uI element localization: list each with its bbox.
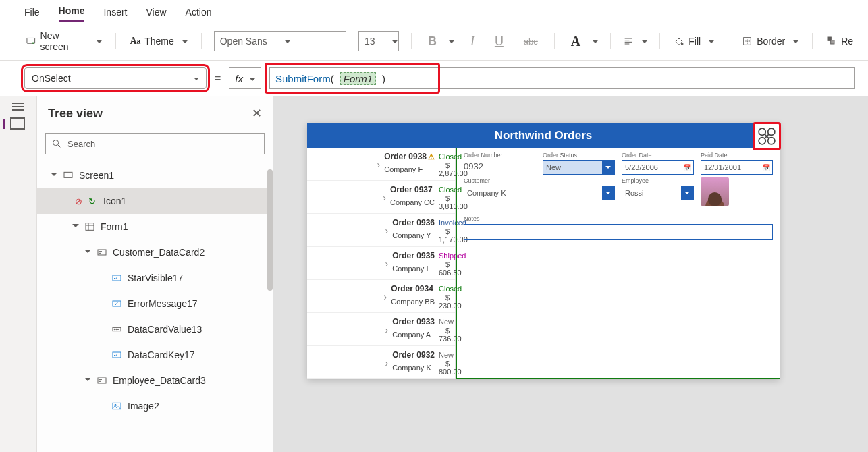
chevron-right-icon: › <box>385 358 389 368</box>
label-icon <box>111 298 122 309</box>
label-icon <box>111 349 122 360</box>
font-size-select[interactable]: 13 <box>358 31 399 51</box>
order-row[interactable]: Order 0937Closed›Company CC$ 3,810.00 <box>307 181 455 214</box>
fill-icon <box>674 36 684 47</box>
order-row[interactable]: Order 0935Shipped›Company I$ 606.50 <box>307 247 455 280</box>
canvas: Northwind Orders Order 0938⚠Closed›Compa… <box>273 96 868 452</box>
italic-button[interactable]: I <box>466 32 479 51</box>
tree-item-customer-datacard[interactable]: Customer_DataCard2 <box>37 239 273 265</box>
align-button[interactable] <box>623 36 647 47</box>
tree-item-icon1[interactable]: ⊘↻Icon1 <box>37 188 273 214</box>
tree-item-datacardkey[interactable]: DataCardKey17 <box>37 342 273 368</box>
notes-input[interactable] <box>464 224 773 240</box>
tree-item-form1[interactable]: Form1 <box>37 214 273 239</box>
employee-label: Employee <box>622 177 694 184</box>
new-screen-icon <box>26 36 36 47</box>
save-icon-selected[interactable] <box>753 122 781 150</box>
form-panel: Order Number0932 Order StatusNew Order D… <box>456 148 780 379</box>
svg-rect-4 <box>831 40 834 44</box>
formula-input[interactable]: SubmitForm( Form1 ) <box>269 67 855 89</box>
reorder-button[interactable]: Re <box>825 33 855 49</box>
sync-save-icon <box>755 125 778 148</box>
svg-rect-6 <box>64 172 72 177</box>
order-number: Order 0936 <box>392 218 435 227</box>
order-status-label: Order Status <box>543 152 615 159</box>
tree-view-rail-button[interactable] <box>3 119 24 129</box>
form-icon <box>84 221 95 232</box>
order-amount: $ 800.00 <box>439 360 450 376</box>
tree-close-button[interactable]: ✕ <box>252 106 262 121</box>
chevron-right-icon: › <box>385 324 389 335</box>
paid-date-input[interactable]: 12/31/2001 <box>701 160 773 175</box>
order-amount: $ 2,870.00 <box>439 161 450 177</box>
tree-item-errormessage[interactable]: ErrorMessage17 <box>37 291 273 316</box>
order-company: Company I <box>392 264 435 273</box>
svg-point-12 <box>114 329 115 329</box>
svg-rect-16 <box>98 378 106 383</box>
image-icon <box>111 401 122 412</box>
fill-button[interactable]: Fill <box>672 33 715 49</box>
tree-item-image2[interactable]: Image2 <box>37 393 273 419</box>
order-row[interactable]: Order 0938⚠Closed›Company F$ 2,870.00 <box>307 148 455 181</box>
strikethrough-button[interactable]: abc <box>520 34 542 49</box>
customer-select[interactable]: Company K <box>464 186 615 200</box>
order-date-input[interactable]: 5/23/2006 <box>622 160 694 175</box>
border-button[interactable]: Border <box>740 33 800 49</box>
scrollbar-thumb[interactable] <box>267 169 273 291</box>
order-status-select[interactable]: New <box>543 160 615 175</box>
fx-button[interactable]: fx <box>229 67 261 89</box>
font-family-select[interactable]: Open Sans <box>214 31 346 51</box>
order-amount: $ 3,810.00 <box>439 194 450 210</box>
employee-select[interactable]: Rossi <box>622 186 694 200</box>
order-row[interactable]: Order 0936Invoiced›Company Y$ 1,170.00 <box>307 214 455 247</box>
tree-item-starvisible[interactable]: StarVisible17 <box>37 265 273 291</box>
menu-insert[interactable]: Insert <box>103 7 127 22</box>
order-row[interactable]: Order 0933New›Company A$ 736.00 <box>307 313 455 346</box>
menu-home[interactable]: Home <box>59 5 85 22</box>
toolbar-divider <box>115 33 116 49</box>
order-row[interactable]: Order 0934Closed›Company BB$ 230.00 <box>307 280 455 313</box>
tree-item-datacardvalue[interactable]: DataCardValue13 <box>37 316 273 342</box>
underline-button[interactable]: U <box>491 32 508 51</box>
menu-action[interactable]: Action <box>186 7 212 22</box>
svg-rect-0 <box>27 38 35 43</box>
bold-button[interactable]: B <box>424 32 441 51</box>
toolbar-divider <box>812 33 813 49</box>
reorder-icon <box>826 36 837 47</box>
chevron-right-icon: › <box>384 291 387 302</box>
formula-bar: OnSelect = fx SubmitForm( Form1 ) <box>0 61 868 96</box>
order-amount: $ 606.50 <box>439 260 450 277</box>
menu-view[interactable]: View <box>146 7 166 22</box>
svg-rect-7 <box>86 223 94 231</box>
new-screen-button[interactable]: New screen <box>24 28 103 55</box>
order-row[interactable]: Order 0932New›Company K$ 800.00 <box>307 346 455 379</box>
input-icon <box>111 324 122 335</box>
font-color-button[interactable]: A <box>567 31 598 52</box>
order-amount: $ 736.00 <box>439 327 450 343</box>
app-preview: Northwind Orders Order 0938⚠Closed›Compa… <box>307 123 780 379</box>
toolbar-divider <box>610 33 611 49</box>
order-company: Company Y <box>392 231 435 239</box>
theme-icon: Aa <box>130 36 140 47</box>
tree-search-input[interactable]: Search <box>45 133 265 154</box>
menu-file[interactable]: File <box>24 7 40 22</box>
search-icon <box>51 138 62 149</box>
order-status: Closed <box>439 285 450 293</box>
order-number: Order 0938⚠ <box>384 152 435 161</box>
tree-item-employee-datacard[interactable]: Employee_DataCard3 <box>37 368 273 393</box>
left-rail <box>0 96 37 452</box>
chevron-right-icon: › <box>377 159 381 170</box>
theme-button[interactable]: Aa Theme <box>128 33 188 49</box>
svg-point-1 <box>682 43 684 45</box>
order-company: Company CC <box>390 198 435 206</box>
toolbar-divider <box>728 33 728 49</box>
order-gallery[interactable]: Order 0938⚠Closed›Company F$ 2,870.00Ord… <box>307 148 456 379</box>
tree-title: Tree view <box>48 107 103 121</box>
border-icon <box>742 36 753 47</box>
property-selector[interactable]: OnSelect <box>24 67 207 89</box>
hamburger-icon[interactable] <box>12 106 24 107</box>
tree-item-screen1[interactable]: Screen1 <box>37 163 273 188</box>
sync-icon: ↻ <box>86 196 98 206</box>
menu-bar: File Home Insert View Action <box>0 0 868 22</box>
tree-body: Screen1 ⊘↻Icon1 Form1 Customer_DataCard2… <box>37 163 273 452</box>
